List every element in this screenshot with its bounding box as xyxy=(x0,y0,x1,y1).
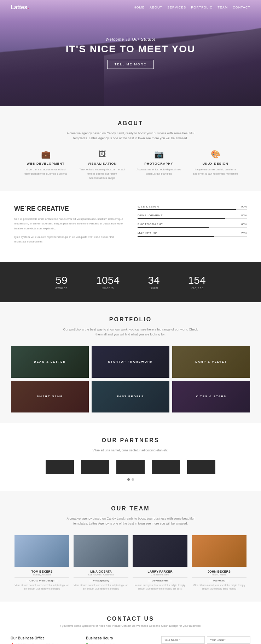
nav-contact[interactable]: CONTACT xyxy=(233,6,250,9)
team-desc: Vitae sit una namet, cons sectetur adipi… xyxy=(14,584,69,591)
portfolio-overlay: KITES & STARS xyxy=(172,381,250,412)
about-icon: 📷 xyxy=(136,150,182,159)
portfolio-label: DEAN & LETTER xyxy=(34,360,66,363)
stat-item: 34 Team xyxy=(148,274,160,290)
nav-services[interactable]: SERVICES xyxy=(167,6,186,9)
team-name: John BEKERS xyxy=(192,570,246,573)
team-role: — CEO & Web Design — xyxy=(14,577,69,582)
team-card: LINA GOSATA Los Angeles, California — Ph… xyxy=(74,535,128,591)
dot-2[interactable] xyxy=(132,478,134,481)
contact-info-block: Our Business Office 📍3422 Street, Barcel… xyxy=(11,636,79,644)
hero-cta-button[interactable]: TELL ME MORE xyxy=(107,60,154,69)
about-item-title: VISUALISATION xyxy=(79,162,125,165)
partner-logo-2 xyxy=(81,460,109,474)
partners-section: OUR PARTNERS Vitae sit una namet, cons s… xyxy=(0,423,261,491)
nav-about[interactable]: ABOUT xyxy=(150,6,162,9)
portfolio-label: STARTUP FRAMEWORK xyxy=(108,360,153,363)
contact-hours-title: Business Hours xyxy=(86,636,154,640)
portfolio-label: FAST PEOPLE xyxy=(117,395,144,398)
stats-section: 59 awards 1054 Clients 34 Team 154 Proje… xyxy=(0,262,261,302)
skill-item: MARKETING 70% xyxy=(138,232,247,237)
portfolio-title: PORTFOLIO xyxy=(7,316,254,323)
about-item-title: UI/UX DESIGN xyxy=(192,162,238,165)
portfolio-label: LAMP & VELVET xyxy=(195,360,227,363)
team-role: — Photography — xyxy=(74,577,128,582)
team-role: — Development — xyxy=(133,577,187,582)
skill-name: DEVELOPMENT xyxy=(138,214,163,217)
nav-team[interactable]: TEAM xyxy=(218,6,228,9)
skill-pct: 90% xyxy=(241,205,247,208)
about-icon: 🖼 xyxy=(79,150,125,159)
contact-subtitle: If you have some Questions or need help … xyxy=(11,624,250,627)
contact-grid: Our Business Office 📍3422 Street, Barcel… xyxy=(11,636,250,644)
stat-label: Project xyxy=(188,286,206,290)
portfolio-item[interactable]: LAMP & VELVET xyxy=(172,346,250,378)
portfolio-subtitle: Our portfolio is the best way to show ou… xyxy=(60,327,201,337)
about-item-text: Itaque earum rerum hic tenetur a sapient… xyxy=(192,168,238,176)
skill-pct: 80% xyxy=(241,214,247,217)
team-name: LINA GOSATA xyxy=(74,570,128,573)
portfolio-item[interactable]: SMART NAME xyxy=(11,381,89,412)
stat-number: 34 xyxy=(148,274,160,286)
skill-item: PHOTOGRAPHY 65% xyxy=(138,223,247,228)
about-item: 📷 PHOTOGRAPHY Accusamus et iusi odio dig… xyxy=(136,150,182,180)
portfolio-overlay: DEAN & LETTER xyxy=(11,346,89,378)
team-desc: Vitae sit una namet, cons sectetur adipi… xyxy=(192,584,246,591)
team-card: TOM BEKERS Sidney, Australia — CEO & Web… xyxy=(14,535,69,591)
partner-logo-5 xyxy=(187,460,215,474)
skill-bar-fill xyxy=(138,236,214,237)
stat-number: 1054 xyxy=(96,274,120,286)
nav-portfolio[interactable]: PORTFOLIO xyxy=(191,6,213,9)
portfolio-item[interactable]: FAST PEOPLE xyxy=(92,381,169,412)
portfolio-section: PORTFOLIO Our portfolio is the best way … xyxy=(0,302,261,423)
nav-links: HOME ABOUT SERVICES PORTFOLIO TEAM CONTA… xyxy=(134,6,250,9)
form-name-input[interactable] xyxy=(161,636,205,644)
team-location: Sidney, Australia xyxy=(14,573,69,576)
about-subtitle: A creative agency based on Candy Land, r… xyxy=(60,131,201,141)
partner-logo-4 xyxy=(152,460,180,474)
navbar: Lattes. HOME ABOUT SERVICES PORTFOLIO TE… xyxy=(0,0,261,15)
about-item-text: Temporibus autem quibusdam et aut offici… xyxy=(79,168,125,180)
team-subtitle: A creative agency based on Candy Land, r… xyxy=(60,516,201,526)
team-role: — Marketing — xyxy=(192,577,246,582)
hero-content: Welcome To Our Studio! IT'S NICE TO MEET… xyxy=(66,37,196,69)
stat-label: Clients xyxy=(96,286,120,290)
skill-bar-bg xyxy=(138,227,247,228)
team-photo xyxy=(133,535,187,567)
nav-logo: Lattes. xyxy=(11,4,29,11)
about-item-text: Id vero era at accusamus et iusi odio di… xyxy=(23,168,69,176)
stat-label: awards xyxy=(55,286,68,290)
skill-pct: 70% xyxy=(241,232,247,235)
team-title: OUR TEAM xyxy=(7,505,254,512)
skill-bar-fill xyxy=(138,218,225,219)
about-item: 🎨 UI/UX DESIGN Itaque earum rerum hic te… xyxy=(192,150,238,180)
team-photo xyxy=(74,535,128,567)
stat-item: 154 Project xyxy=(188,274,206,290)
portfolio-item[interactable]: KITES & STARS xyxy=(172,381,250,412)
team-name: TOM BEKERS xyxy=(14,570,69,573)
skill-bar-bg xyxy=(138,218,247,219)
contact-hours-block: Business Hours Weekdays 9am to 5pmSaturd… xyxy=(86,636,154,644)
portfolio-item[interactable]: DEAN & LETTER xyxy=(11,346,89,378)
partners-subtitle: Vitae sit una namet, cons sectetur adipi… xyxy=(60,448,201,453)
form-email-input[interactable] xyxy=(207,636,250,644)
contact-form: Send Message xyxy=(161,636,250,644)
about-item: 🖼 VISUALISATION Temporibus autem quibusd… xyxy=(79,150,125,180)
dot-1[interactable] xyxy=(127,478,130,481)
contact-section: CONTACT US If you have some Questions or… xyxy=(0,602,261,644)
about-item-title: PHOTOGRAPHY xyxy=(136,162,182,165)
about-item-title: WEB DEVELOPMENT xyxy=(23,162,69,165)
portfolio-overlay: LAMP & VELVET xyxy=(172,346,250,378)
team-desc: Vitae sit una namet, cons sectetur adipi… xyxy=(74,584,128,591)
team-card: John BEKERS Miami, Media — Marketing — V… xyxy=(192,535,246,591)
team-section: OUR TEAM A creative agency based on Cand… xyxy=(0,491,261,602)
creative-text1: Sed ut perspiciatis unde omnis iste natu… xyxy=(14,217,123,231)
partners-pagination xyxy=(7,478,254,481)
portfolio-item[interactable]: STARTUP FRAMEWORK xyxy=(92,346,169,378)
hero-subtitle: Welcome To Our Studio! xyxy=(66,37,196,41)
stat-item: 1054 Clients xyxy=(96,274,120,290)
partner-logo-1 xyxy=(46,460,74,474)
creative-title: WE`RE CREATIVE xyxy=(14,205,123,212)
team-location: Charleston, New xyxy=(133,573,187,576)
nav-home[interactable]: HOME xyxy=(134,6,145,9)
